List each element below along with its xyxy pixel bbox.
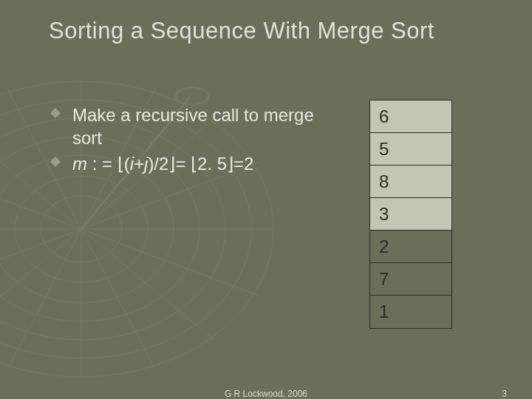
dish-background [0,44,303,384]
var-ij: i+j [130,154,149,174]
diamond-icon [50,157,61,167]
bullet-2-mid: : = ⌊( [87,154,130,174]
diamond-icon [50,108,61,118]
bullet-1-text: Make a recursive call to merge sort [72,105,314,148]
svg-point-6 [41,196,122,262]
svg-line-12 [0,163,259,296]
var-m: m [72,154,87,174]
svg-point-18 [176,87,208,105]
value-column: 6583271 [369,100,452,329]
value-cell: 8 [370,166,451,198]
svg-line-11 [0,163,259,296]
svg-point-5 [15,176,148,282]
value-cell: 7 [370,263,451,296]
bullet-list: Make a recursive call to merge sort m : … [52,103,318,179]
value-cell: 6 [370,100,451,133]
value-cell: 3 [370,198,451,231]
value-cell: 5 [370,133,451,166]
bullet-1: Make a recursive call to merge sort [52,103,318,149]
slide-title: Sorting a Sequence With Merge Sort [49,18,514,44]
slide: Sorting a Sequence With Merge Sort Make … [0,0,532,399]
footer-author: G R Lockwood, 2006 [0,389,532,399]
value-cell: 1 [370,296,451,328]
page-number: 3 [502,389,507,399]
bullet-2-tail: )/2⌋= ⌊2. 5⌋=2 [148,154,253,174]
bullet-2: m : = ⌊(i+j)/2⌋= ⌊2. 5⌋=2 [52,152,318,175]
value-cell: 2 [370,231,451,263]
